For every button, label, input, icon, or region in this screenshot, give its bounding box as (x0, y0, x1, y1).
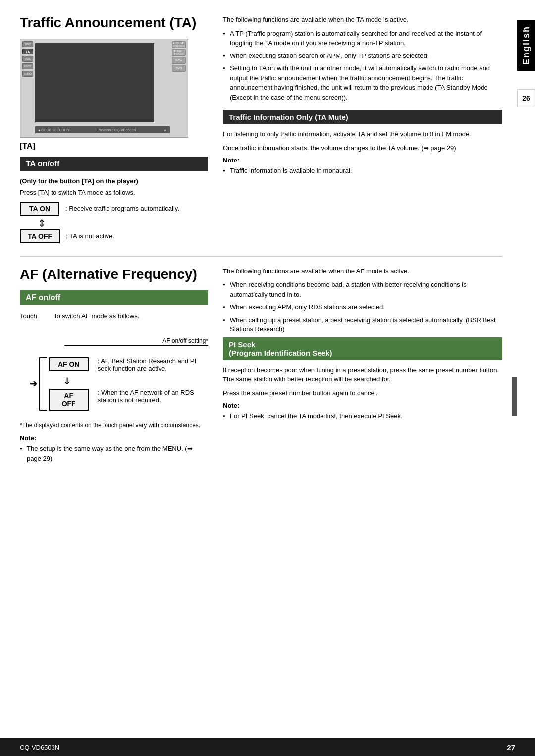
device-model: Panasonic CQ-VD6503N (97, 128, 136, 132)
device-left-btns: SRC TA VOL MUTE AUDIO (22, 41, 33, 77)
ta-label: [TA] (20, 142, 208, 151)
pi-seek-note-bullet: For PI Seek, cancel the TA mode first, t… (223, 411, 502, 421)
af-bullet-list: When receiving conditions become bad, a … (223, 280, 502, 334)
pi-seek-header-line1: PI Seek (229, 340, 496, 349)
bottom-bar: CQ-VD6503N 27 (0, 738, 535, 756)
device-brand: ● CODE SECURITY (38, 128, 70, 132)
traffic-info-note-list: Traffic information is available in mona… (223, 166, 502, 176)
ta-on-row: TA ON : Receive traffic programs automat… (20, 202, 208, 216)
af-page-title: AF (Alternative Frequency) (20, 267, 208, 282)
device-screen (35, 43, 154, 122)
af-off-desc: : When the AF network of an RDS station … (98, 389, 208, 404)
af-down-arrow: ⇓ (63, 375, 208, 387)
af-diagram-container: AF on/off setting* ➔ (25, 330, 208, 411)
device-bottom-bar: ● CODE SECURITY Panasonic CQ-VD6503N ▲ (35, 126, 170, 133)
ta-body: Press [TA] to switch TA mode as follows. (20, 188, 208, 198)
af-body: Touch to switch AF mode as follows. (20, 311, 208, 321)
device-audio-btn: AUDIO (22, 71, 33, 77)
ta-bullet-list: A TP (Traffic program) station is automa… (223, 29, 502, 103)
page-number-box: 26 (517, 89, 535, 107)
af-bullet-1: When receiving conditions become bad, a … (223, 280, 502, 299)
pi-seek-header-line2: (Program Identification Seek) (229, 349, 496, 357)
traffic-info-note-label: Note: (223, 157, 502, 164)
ta-page-title: Traffic Announcement (TA) (20, 15, 208, 31)
af-on-button: AF ON (49, 357, 89, 371)
af-off-button: AF OFF (49, 389, 89, 411)
page-container: English 26 Traffic Announcement (TA) SRC… (0, 0, 535, 756)
af-bracket-line (39, 357, 45, 411)
ta-bullet-3: Setting to TA on with the unit in anothe… (223, 63, 502, 102)
pi-seek-note-label: Note: (223, 402, 502, 409)
traffic-info-note-bullet: Traffic information is available in mona… (223, 166, 502, 176)
device-mute-btn: MUTE (22, 63, 33, 69)
ta-off-button: TA OFF (20, 229, 60, 243)
ta-arrow: ⇕ (38, 218, 208, 228)
device-image: SRC TA VOL MUTE AUDIO ALBUMFOLDER TUNETR… (20, 39, 188, 138)
ta-on-desc: : Receive traffic programs automatically… (65, 205, 179, 212)
af-onoff-header: AF on/off (20, 290, 208, 305)
device-album-btn: ALBUMFOLDER (172, 41, 186, 48)
pi-seek-note-list: For PI Seek, cancel the TA mode first, t… (223, 411, 502, 421)
device-vol-btn: VOL (22, 56, 33, 62)
english-tab: English (517, 20, 535, 71)
af-off-row: AF OFF : When the AF network of an RDS s… (49, 389, 208, 411)
left-col-af: AF (Alternative Frequency) AF on/off Tou… (20, 267, 208, 467)
af-footnote: *The displayed contents on the touch pan… (20, 421, 208, 430)
af-on-row: AF ON : AF, Best Station Research and PI… (49, 357, 208, 372)
ta-off-row: TA OFF : TA is not active. (20, 229, 208, 243)
af-right-intro: The following functions are available wh… (223, 267, 502, 276)
pi-seek-body2: Press the same preset number button agai… (223, 388, 502, 398)
bottom-page-num: 27 (507, 743, 515, 752)
right-col-af: The following functions are available wh… (223, 267, 502, 467)
af-setting-annotation: AF on/off setting* (162, 337, 208, 344)
traffic-info-body1: For listening to only traffic informatio… (223, 129, 502, 139)
ta-off-desc: : TA is not active. (66, 232, 114, 240)
bottom-bar-right: 27 (507, 743, 515, 752)
bottom-section: AF (Alternative Frequency) AF on/off Tou… (20, 257, 502, 467)
device-tune-btn: TUNETRACK (172, 49, 186, 56)
device-eject: ▲ (163, 128, 167, 132)
ta-subheader: (Only for the button [TA] on the player) (20, 177, 208, 185)
device-navi-btn: NAVI (172, 57, 186, 64)
top-section: Traffic Announcement (TA) SRC TA VOL MUT… (20, 15, 502, 257)
ta-right-intro: The following functions are available wh… (223, 15, 502, 25)
device-ta-btn: TA (22, 49, 33, 54)
left-col-ta: Traffic Announcement (TA) SRC TA VOL MUT… (20, 15, 208, 246)
pi-seek-body1: If reception becomes poor when tuning in… (223, 365, 502, 384)
ta-onoff-header: TA on/off (20, 157, 208, 171)
main-content: Traffic Announcement (TA) SRC TA VOL MUT… (0, 0, 517, 481)
af-note-bullet: The setup is the same way as the one fro… (20, 444, 208, 463)
af-note-label: Note: (20, 434, 208, 442)
ta-bullet-2: When executing station search or APM, on… (223, 51, 502, 61)
traffic-info-header: Traffic Information Only (TA Mute) (223, 110, 502, 124)
af-bullet-3: When calling up a preset station, a best… (223, 315, 502, 334)
af-setting-line (64, 345, 208, 346)
device-btn-group: ALBUMFOLDER TUNETRACK NAVI DVD (172, 41, 186, 72)
bottom-bar-model: CQ-VD6503N (20, 744, 59, 751)
sidebar-accent (512, 377, 517, 416)
af-buttons-col: AF ON : AF, Best Station Research and PI… (49, 357, 208, 411)
ta-bullet-1: A TP (Traffic program) station is automa… (223, 29, 502, 48)
device-src-btn: SRC (22, 41, 33, 47)
pi-seek-header: PI Seek (Program Identification Seek) (223, 337, 502, 360)
af-bracket-container: ➔ AF ON : AF, Best Station R (30, 357, 208, 411)
ta-on-button: TA ON (20, 202, 59, 216)
traffic-info-body2: Once traffic information starts, the vol… (223, 143, 502, 153)
af-bullet-2: When executing APM, only RDS stations ar… (223, 302, 502, 312)
device-dvd-btn: DVD (172, 65, 186, 72)
right-col-ta: The following functions are available wh… (223, 15, 502, 246)
af-note-list: The setup is the same way as the one fro… (20, 444, 208, 463)
af-on-desc: : AF, Best Station Research and PI seek … (98, 357, 208, 372)
af-arrow-right: ➔ (30, 357, 37, 411)
